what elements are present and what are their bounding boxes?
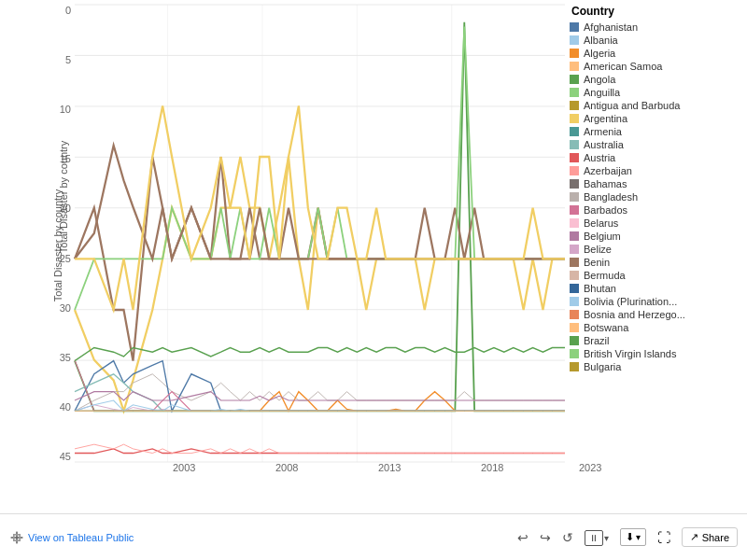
legend-item-belarus[interactable]: Belarus — [570, 217, 747, 229]
y-axis-title: Total Disaster by country — [58, 141, 69, 253]
chart-svg — [75, 5, 565, 462]
legend-item-azerbaijan[interactable]: Azerbaijan — [570, 165, 747, 176]
legend-color-azerbaijan — [570, 166, 579, 175]
legend-color-benin — [570, 258, 579, 267]
legend-color-bvi — [570, 349, 579, 358]
legend-item-antigua[interactable]: Antigua and Barbuda — [570, 100, 747, 111]
legend-color-algeria — [570, 49, 579, 58]
revert-button[interactable]: ↺ — [562, 530, 573, 545]
x-label-2013: 2013 — [378, 462, 401, 473]
legend-item-albania[interactable]: Albania — [570, 35, 747, 46]
legend-label-bosnia: Bosnia and Herzego... — [584, 309, 685, 320]
fullscreen-button[interactable]: ⛶ — [657, 530, 670, 545]
legend-color-armenia — [570, 127, 579, 136]
legend-color-american-samoa — [570, 62, 579, 71]
legend-color-angola — [570, 75, 579, 84]
legend-item-argentina[interactable]: Argentina — [570, 113, 747, 124]
download-arrow: ▾ — [636, 532, 641, 542]
legend-color-botswana — [570, 323, 579, 332]
chart-area: Total Disaster by country 45 40 35 30 25… — [0, 0, 570, 513]
legend-label-barbados: Barbados — [584, 204, 627, 216]
legend-color-albania — [570, 35, 579, 45]
legend-label-bhutan: Bhutan — [584, 283, 616, 294]
legend-color-antigua — [570, 101, 579, 110]
legend-item-botswana[interactable]: Botswana — [570, 322, 747, 333]
redo-button[interactable]: ↪ — [540, 530, 551, 545]
legend-label-afghanistan: Afghanistan — [584, 21, 638, 33]
share-button[interactable]: ↗ Share — [682, 527, 738, 547]
svg-rect-18 — [13, 534, 21, 536]
legend-label-bahamas: Bahamas — [584, 178, 627, 189]
legend-color-bahamas — [570, 179, 579, 189]
legend-item-barbados[interactable]: Barbados — [570, 204, 747, 216]
legend-color-belgium — [570, 231, 579, 241]
legend-item-belgium[interactable]: Belgium — [570, 231, 747, 242]
legend-item-bolivia[interactable]: Bolivia (Plurination... — [570, 296, 747, 307]
legend-label-angola: Angola — [584, 74, 615, 85]
footer: View on Tableau Public ↩ ↪ ↺ ⏸ ▾ ⬇ ▾ ⛶ ↗… — [0, 513, 747, 560]
legend-label-bolivia: Bolivia (Plurination... — [584, 296, 677, 307]
legend-label-american-samoa: American Samoa — [584, 61, 662, 72]
legend-item-angola[interactable]: Angola — [570, 74, 747, 85]
legend-area: Country Afghanistan Albania Algeria Amer… — [570, 5, 747, 513]
legend-item-brazil[interactable]: Brazil — [570, 335, 747, 346]
legend-label-brazil: Brazil — [584, 335, 610, 346]
footer-icons: ↩ ↪ ↺ ⏸ ▾ ⬇ ▾ ⛶ ↗ Share — [517, 527, 738, 547]
x-label-2003: 2003 — [173, 462, 195, 473]
legend-color-bosnia — [570, 310, 579, 319]
legend-item-austria[interactable]: Austria — [570, 152, 747, 163]
legend-item-armenia[interactable]: Armenia — [570, 126, 747, 137]
legend-label-bangladesh: Bangladesh — [584, 191, 638, 203]
legend-color-anguilla — [570, 88, 579, 97]
legend-item-bulgaria[interactable]: Bulgaria — [570, 361, 747, 372]
legend-label-belize: Belize — [584, 244, 612, 255]
tableau-icon — [9, 530, 24, 545]
legend-item-bhutan[interactable]: Bhutan — [570, 283, 747, 294]
legend-label-australia: Australia — [584, 139, 624, 150]
legend-item-afghanistan[interactable]: Afghanistan — [570, 21, 747, 33]
legend-color-austria — [570, 153, 579, 162]
legend-label-algeria: Algeria — [584, 48, 615, 59]
tableau-link-label[interactable]: View on Tableau Public — [28, 532, 134, 543]
legend-item-belize[interactable]: Belize — [570, 244, 747, 255]
legend-color-australia — [570, 140, 579, 149]
legend-item-british-virgin-islands[interactable]: British Virgin Islands — [570, 348, 747, 359]
pause-button[interactable]: ⏸ ▾ — [585, 529, 609, 546]
x-label-2018: 2018 — [481, 462, 503, 473]
undo-button[interactable]: ↩ — [517, 530, 529, 545]
x-label-2008: 2008 — [275, 462, 298, 473]
chart-wrapper: Total Disaster by country 45 40 35 30 25… — [47, 5, 565, 485]
download-button[interactable]: ⬇ ▾ — [620, 528, 646, 546]
legend-item-algeria[interactable]: Algeria — [570, 48, 747, 59]
x-axis: 2003 2008 2013 2018 2023 — [75, 462, 565, 485]
legend-item-anguilla[interactable]: Anguilla — [570, 87, 747, 98]
legend-label-austria: Austria — [584, 152, 615, 163]
share-label: Share — [702, 532, 729, 543]
legend-label-bermuda: Bermuda — [584, 270, 626, 281]
share-icon: ↗ — [690, 531, 698, 543]
legend-color-afghanistan — [570, 22, 579, 32]
legend-item-bermuda[interactable]: Bermuda — [570, 270, 747, 281]
legend-label-azerbaijan: Azerbaijan — [584, 165, 632, 176]
legend-item-bosnia[interactable]: Bosnia and Herzego... — [570, 309, 747, 320]
legend-label-belgium: Belgium — [584, 231, 621, 242]
legend-color-belarus — [570, 218, 579, 228]
legend-color-barbados — [570, 205, 579, 215]
legend-label-belarus: Belarus — [584, 217, 618, 229]
legend-item-bangladesh[interactable]: Bangladesh — [570, 191, 747, 203]
legend-color-bolivia — [570, 297, 579, 306]
legend-label-anguilla: Anguilla — [584, 87, 620, 98]
legend-label-bulgaria: Bulgaria — [584, 361, 621, 372]
legend-color-bangladesh — [570, 192, 579, 202]
svg-rect-19 — [13, 539, 21, 541]
legend-item-american-samoa[interactable]: American Samoa — [570, 61, 747, 72]
legend-item-bahamas[interactable]: Bahamas — [570, 178, 747, 189]
legend-item-benin[interactable]: Benin — [570, 257, 747, 268]
legend-title: Country — [570, 5, 747, 18]
legend-color-argentina — [570, 114, 579, 123]
tableau-logo[interactable]: View on Tableau Public — [9, 530, 134, 545]
legend-color-bermuda — [570, 271, 579, 280]
download-icon: ⬇ — [626, 531, 634, 543]
legend-label-bvi: British Virgin Islands — [584, 348, 676, 359]
legend-item-australia[interactable]: Australia — [570, 139, 747, 150]
